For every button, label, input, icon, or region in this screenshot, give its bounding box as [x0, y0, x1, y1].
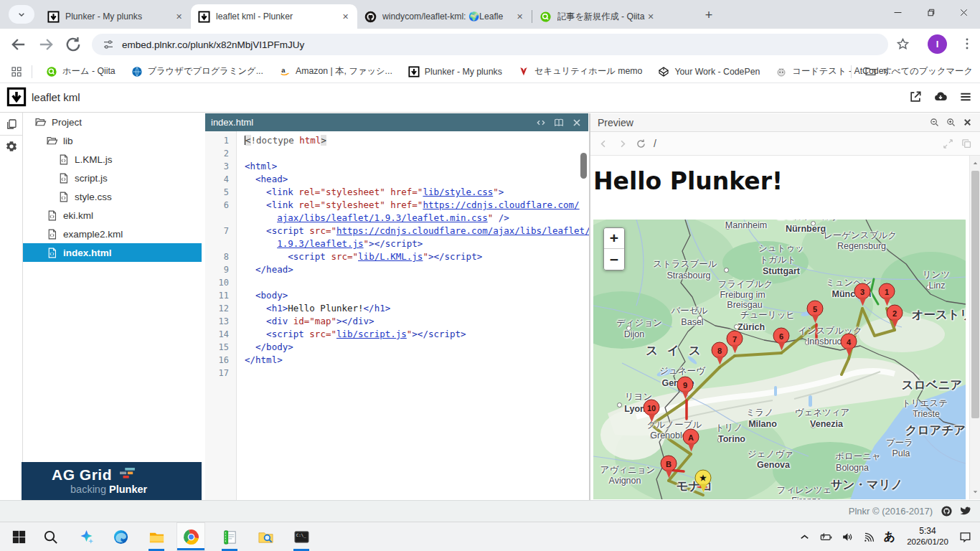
tree-item-example2-kml[interactable]: example2.kml — [23, 225, 202, 243]
code-text[interactable]: <script src="https://cdnjs.cloudflare.co… — [237, 225, 590, 237]
browser-tab[interactable]: Plunker - My plunks✕ — [40, 4, 191, 29]
map-marker-8[interactable]: 8 — [712, 342, 728, 359]
ime-indicator[interactable]: あ — [884, 529, 895, 545]
map-marker-4[interactable]: 4 — [841, 334, 857, 350]
minimize-button[interactable] — [881, 0, 914, 24]
code-text[interactable]: 1.9.3/leaflet.js"></script> — [237, 237, 423, 250]
tab-close-button[interactable]: ✕ — [173, 11, 185, 23]
bookmark-item[interactable]: ブラウザでプログラミング... — [125, 62, 270, 80]
battery-icon[interactable] — [819, 530, 833, 544]
editor-body[interactable]: 1<!doctype html>23<html>4 <head>5 <link … — [205, 131, 588, 500]
tab-close-button[interactable]: ✕ — [645, 11, 657, 23]
bookmark-item[interactable]: aAmazon | 本, ファッシ... — [273, 62, 399, 80]
tree-item-index-html[interactable]: index.html — [23, 243, 202, 262]
map-marker-10[interactable]: 10 — [644, 400, 660, 416]
hamburger-menu-icon[interactable] — [958, 90, 973, 104]
code-text[interactable]: <div id="map"></div> — [237, 315, 374, 328]
site-info-icon[interactable] — [102, 38, 115, 51]
tree-item-script-js[interactable]: script.js — [23, 169, 202, 187]
map-zoom-in-button[interactable]: + — [604, 228, 624, 249]
taskbar-explorer-button[interactable] — [142, 522, 171, 551]
docs-icon[interactable] — [553, 117, 565, 128]
new-tab-button[interactable]: + — [699, 6, 718, 24]
map-marker-★[interactable]: ★ — [695, 470, 712, 486]
code-text[interactable]: </head> — [237, 263, 293, 276]
notification-center-icon[interactable] — [958, 530, 972, 544]
taskbar-folder-search-button[interactable] — [251, 522, 280, 551]
taskbar-copilot-button[interactable] — [72, 522, 100, 551]
code-text[interactable]: <script src="lib/script.js"></script> — [237, 328, 466, 341]
network-icon[interactable] — [862, 530, 876, 544]
reload-button[interactable] — [63, 34, 83, 55]
code-text[interactable]: <h1>Hello Plunker!</h1> — [237, 302, 390, 315]
leaflet-map[interactable]: MannheimニュルンベルクNürnbergレーゲンスブルクRegensbur… — [593, 220, 966, 499]
map-marker-5[interactable]: 5 — [807, 301, 824, 317]
map-marker-7[interactable]: 7 — [727, 331, 743, 347]
map-marker-3[interactable]: 3 — [854, 283, 871, 300]
code-text[interactable]: <html> — [237, 160, 277, 173]
browser-tab[interactable]: 記事を新規作成 - Qiita✕ — [532, 4, 663, 29]
taskbar-clock[interactable]: 5:34 2026/01/20 — [903, 526, 953, 548]
forward-button[interactable] — [36, 34, 56, 55]
taskbar-edge-button[interactable] — [106, 522, 135, 551]
map-marker-2[interactable]: 2 — [887, 305, 903, 321]
close-preview-icon[interactable] — [962, 117, 973, 128]
map-zoom-out-button[interactable]: − — [604, 249, 624, 270]
map-marker-B[interactable]: B — [661, 456, 677, 472]
close-button[interactable] — [947, 0, 980, 24]
code-icon[interactable] — [535, 117, 547, 128]
tree-item-eki-kml[interactable]: eki.kml — [23, 206, 202, 225]
code-text[interactable] — [237, 147, 245, 160]
map-marker-6[interactable]: 6 — [773, 328, 790, 344]
code-text[interactable]: </body> — [237, 341, 293, 354]
gear-icon[interactable] — [5, 140, 18, 153]
map-marker-9[interactable]: 9 — [677, 377, 694, 393]
taskbar-notepad-button[interactable] — [215, 522, 244, 551]
bookmark-star-button[interactable] — [895, 37, 910, 52]
all-bookmarks-button[interactable]: すべてのブックマーク — [882, 65, 973, 77]
twitter-icon[interactable] — [959, 505, 971, 517]
code-area[interactable]: 1<!doctype html>23<html>4 <head>5 <link … — [205, 134, 578, 380]
code-text[interactable] — [237, 276, 245, 289]
address-bar[interactable]: embed.plnkr.co/plunk/x82nMbjVI1PFmJUy — [92, 34, 888, 55]
profile-avatar[interactable]: I — [928, 34, 947, 54]
tree-item-lib[interactable]: lib — [23, 131, 202, 150]
ag-grid-ad[interactable]: AG Grid backing Plunker — [22, 462, 202, 502]
taskbar-chrome-button[interactable] — [176, 522, 205, 551]
open-external-icon[interactable] — [908, 90, 923, 104]
zoom-in-icon[interactable] — [946, 117, 956, 128]
tree-item-project[interactable]: Project — [23, 113, 202, 131]
github-icon[interactable] — [941, 505, 953, 517]
code-text[interactable]: <body> — [237, 289, 288, 302]
speaker-icon[interactable] — [841, 530, 854, 544]
bookmark-item[interactable]: ホーム - Qiita — [39, 62, 122, 80]
tray-expand-icon[interactable] — [798, 530, 811, 544]
tab-search-button[interactable] — [9, 5, 34, 24]
files-panel-icon[interactable] — [5, 118, 18, 131]
tab-close-button[interactable]: ✕ — [514, 11, 526, 23]
tree-item-style-css[interactable]: style.css — [23, 187, 202, 206]
save-cloud-icon[interactable] — [933, 90, 948, 104]
bookmark-item[interactable]: Your Work - CodePen — [651, 63, 766, 80]
tab-close-button[interactable]: ✕ — [339, 11, 352, 23]
code-text[interactable]: <link rel="stylesheet" href="https://cdn… — [237, 199, 580, 212]
map-marker-1[interactable]: 1 — [879, 283, 895, 300]
map-marker-A[interactable]: A — [683, 429, 699, 446]
editor-scrollbar-thumb[interactable] — [580, 153, 587, 179]
preview-back-icon[interactable] — [598, 138, 610, 150]
code-text[interactable]: <head> — [237, 173, 288, 186]
preview-refresh-icon[interactable] — [635, 138, 647, 150]
taskbar-start-button[interactable] — [4, 522, 33, 551]
copy-icon[interactable] — [961, 138, 973, 150]
taskbar-cmd-button[interactable]: C:\_ — [287, 522, 316, 551]
browser-tab[interactable]: leaflet kml - Plunker✕ — [191, 4, 357, 29]
code-text[interactable]: <script src="lib/L.KML.js"></script> — [237, 250, 482, 263]
preview-forward-icon[interactable] — [616, 138, 628, 150]
tree-item-l-kml-js[interactable]: L.KML.js — [23, 150, 202, 169]
scroll-up-icon[interactable] — [971, 159, 979, 167]
browser-menu-button[interactable] — [959, 36, 975, 52]
bookmark-item[interactable]: Plunker - My plunks — [402, 63, 509, 80]
zoom-out-icon[interactable] — [929, 117, 940, 128]
scroll-down-icon[interactable] — [971, 488, 979, 496]
apps-grid-icon[interactable] — [10, 65, 23, 78]
